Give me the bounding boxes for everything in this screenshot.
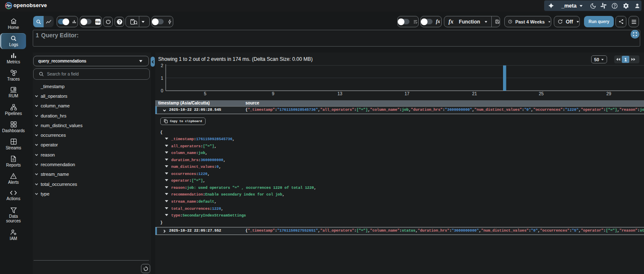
svg-text:21: 21 bbox=[472, 91, 477, 96]
svg-text:29: 29 bbox=[606, 91, 611, 96]
svg-text:9: 9 bbox=[272, 91, 274, 96]
svg-text:17: 17 bbox=[404, 91, 409, 96]
svg-text:2: 2 bbox=[161, 63, 163, 68]
svg-text:25: 25 bbox=[539, 91, 544, 96]
svg-text:1: 1 bbox=[161, 76, 163, 81]
svg-text:13: 13 bbox=[337, 91, 342, 96]
svg-text:0: 0 bbox=[161, 88, 163, 93]
svg-text:5: 5 bbox=[204, 91, 206, 96]
